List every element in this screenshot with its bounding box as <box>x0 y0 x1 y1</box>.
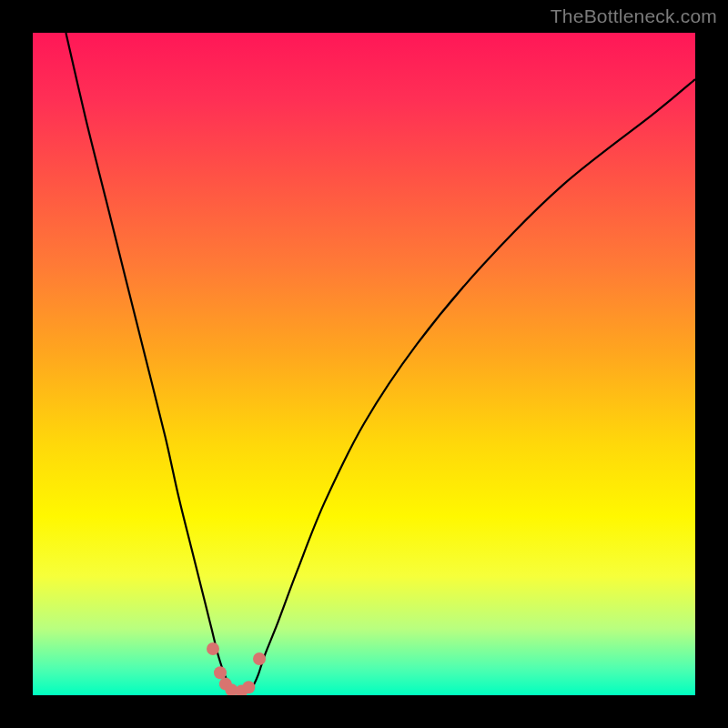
min-region-points <box>207 642 266 695</box>
data-point <box>207 642 219 655</box>
watermark-text: TheBottleneck.com <box>551 5 717 27</box>
plot-area <box>33 33 695 695</box>
bottleneck-curve <box>66 33 695 693</box>
data-point <box>214 666 227 679</box>
chart-frame: TheBottleneck.com <box>0 0 728 728</box>
curve-layer <box>33 33 695 695</box>
data-point <box>253 652 266 665</box>
data-point <box>242 681 255 693</box>
